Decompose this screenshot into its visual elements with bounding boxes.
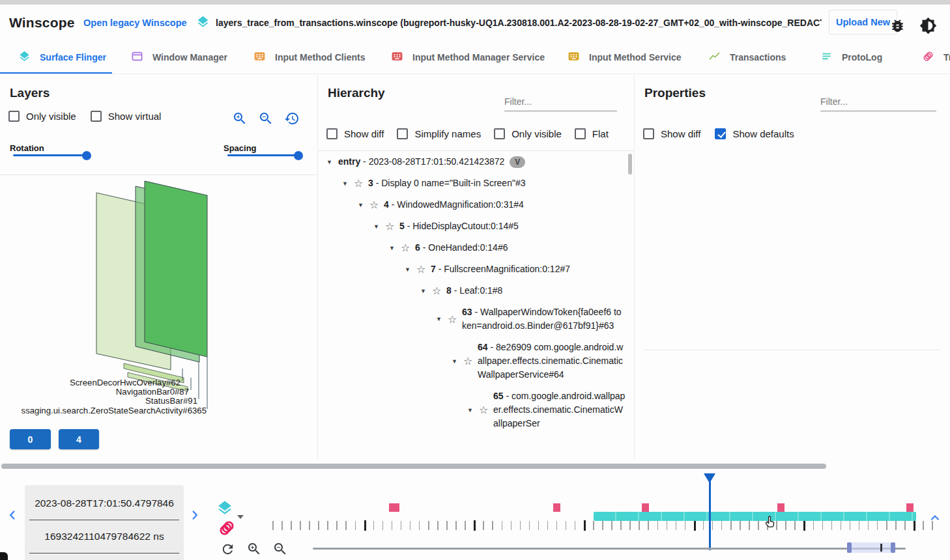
pin-star-icon[interactable]: ☆ bbox=[369, 199, 384, 211]
tree-row-7[interactable]: ▼☆7 - FullscreenMagnification:0:12#7 bbox=[405, 259, 626, 280]
zoom-in-scene-icon[interactable] bbox=[232, 111, 248, 126]
collapse-triangle-icon[interactable]: ▼ bbox=[420, 288, 432, 294]
human-timestamp-input[interactable]: 2023-08-28T17:01:50.4797846 bbox=[29, 487, 179, 520]
collapse-triangle-icon[interactable]: ▼ bbox=[436, 316, 448, 322]
checkbox-show-diff[interactable]: Show diff bbox=[643, 128, 700, 139]
pin-star-icon[interactable]: ☆ bbox=[463, 355, 478, 367]
collapse-triangle-icon[interactable]: ▼ bbox=[452, 358, 463, 365]
pin-star-icon[interactable]: ☆ bbox=[401, 242, 415, 254]
display-id-button-0[interactable]: 0 bbox=[10, 429, 51, 449]
checkbox-box[interactable] bbox=[494, 128, 505, 139]
nanosecond-timestamp-input[interactable]: 1693242110479784622 ns bbox=[29, 520, 179, 553]
layers-trace-toggle-icon[interactable] bbox=[216, 499, 233, 519]
tree-row-entry[interactable]: ▼entry - 2023-08-28T17:01:50.421423872V bbox=[326, 151, 626, 173]
tree-row-64[interactable]: ▼☆64 - 8e26909 com.google.android.wallpa… bbox=[452, 337, 626, 385]
pin-star-icon[interactable]: ☆ bbox=[479, 404, 493, 416]
collapse-triangle-icon[interactable]: ▼ bbox=[358, 202, 369, 208]
zoom-selection-left-handle[interactable] bbox=[847, 542, 852, 553]
checkbox-show-defaults[interactable]: Show defaults bbox=[715, 128, 794, 139]
timeline-zoom-track[interactable] bbox=[313, 548, 906, 550]
collapse-triangle-icon[interactable]: ▼ bbox=[342, 180, 354, 187]
upload-new-button[interactable]: Upload New bbox=[829, 10, 897, 35]
checkbox-only-visible[interactable]: Only visible bbox=[494, 128, 562, 139]
checkbox-simplify-names[interactable]: Simplify names bbox=[397, 128, 481, 139]
spacing-slider[interactable] bbox=[227, 154, 300, 156]
checkbox-box[interactable] bbox=[8, 111, 20, 122]
checkbox-show-virtual[interactable]: Show virtual bbox=[91, 111, 162, 122]
open-legacy-link[interactable]: Open legacy Winscope bbox=[83, 18, 187, 28]
tree-row-3[interactable]: ▼☆3 - Display 0 name="Built-in Screen"#3 bbox=[342, 173, 626, 194]
checkbox-box[interactable] bbox=[715, 128, 726, 139]
checkbox-box[interactable] bbox=[326, 128, 338, 139]
checkbox-box[interactable] bbox=[397, 128, 408, 139]
refresh-icon[interactable] bbox=[220, 542, 235, 559]
tree-row-6[interactable]: ▼☆6 - OneHanded:0:14#6 bbox=[389, 237, 626, 259]
transition-marker[interactable] bbox=[906, 503, 914, 512]
pin-star-icon[interactable]: ☆ bbox=[432, 285, 446, 297]
checkbox-box[interactable] bbox=[91, 111, 102, 122]
checkbox-flat[interactable]: Flat bbox=[575, 128, 609, 139]
pin-star-icon[interactable]: ☆ bbox=[416, 263, 431, 275]
collapse-triangle-icon[interactable]: ▼ bbox=[467, 407, 479, 413]
layers-3d-scene[interactable]: ScreenDecorHwcOverlay#62 NavigationBar0#… bbox=[0, 175, 318, 435]
prev-entry-chevron-icon[interactable] bbox=[5, 508, 20, 522]
spacing-slider-thumb[interactable] bbox=[294, 151, 303, 160]
checkbox-box[interactable] bbox=[643, 128, 654, 139]
transition-marker[interactable] bbox=[777, 503, 784, 512]
pin-star-icon[interactable]: ☆ bbox=[385, 220, 399, 232]
reset-view-history-icon[interactable] bbox=[284, 111, 300, 126]
collapse-timeline-chevron-icon[interactable] bbox=[928, 511, 942, 527]
timeline-zoom-selection[interactable] bbox=[847, 542, 895, 553]
rotation-slider[interactable] bbox=[13, 154, 89, 156]
next-entry-chevron-icon[interactable] bbox=[188, 508, 202, 522]
collapse-triangle-icon[interactable]: ▼ bbox=[389, 245, 401, 251]
properties-filter-input[interactable] bbox=[820, 95, 936, 111]
tab-window-manager[interactable]: Window Manager bbox=[131, 41, 227, 74]
playhead-handle[interactable] bbox=[704, 473, 715, 483]
checkbox-only-visible[interactable]: Only visible bbox=[8, 111, 76, 122]
properties-panel: Properties Show diffShow defaults bbox=[635, 74, 950, 459]
rotation-slider-thumb[interactable] bbox=[82, 151, 91, 160]
hierarchy-scrollbar[interactable] bbox=[628, 154, 632, 175]
tab-input-method-manager-service[interactable]: Input Method Manager Service bbox=[391, 41, 545, 74]
pin-star-icon[interactable]: ☆ bbox=[354, 177, 368, 189]
timeline-horizontal-scrollbar[interactable] bbox=[1, 464, 826, 469]
pin-star-icon[interactable]: ☆ bbox=[448, 313, 462, 326]
collapse-triangle-icon[interactable]: ▼ bbox=[405, 266, 416, 273]
tab-transactions[interactable]: Transactions bbox=[708, 41, 786, 74]
layers-icon bbox=[18, 50, 31, 65]
tree-row-4[interactable]: ▼☆4 - WindowedMagnification:0:31#4 bbox=[358, 194, 626, 216]
tab-tr[interactable]: Tr bbox=[922, 41, 950, 74]
transitions-trace-icon[interactable] bbox=[218, 519, 236, 540]
tree-row-5[interactable]: ▼☆5 - HideDisplayCutout:0:14#5 bbox=[373, 216, 626, 237]
checkbox-show-diff[interactable]: Show diff bbox=[326, 128, 384, 139]
hierarchy-filter-input[interactable] bbox=[504, 95, 617, 111]
ruler-tick bbox=[859, 521, 860, 530]
app-header: Winscope Open legacy Winscope layers_tra… bbox=[0, 5, 950, 41]
tab-protolog[interactable]: ProtoLog bbox=[820, 41, 882, 74]
transition-marker[interactable] bbox=[642, 503, 649, 512]
surface-flinger-trace-bar[interactable] bbox=[594, 512, 916, 521]
collapse-triangle-icon[interactable]: ▼ bbox=[373, 223, 385, 230]
trace-select-caret-icon[interactable] bbox=[237, 515, 244, 519]
tab-surface-flinger[interactable]: Surface Flinger bbox=[18, 41, 106, 74]
checkbox-box[interactable] bbox=[575, 128, 586, 139]
tab-label: Surface Flinger bbox=[40, 52, 106, 63]
zoom-selection-right-handle[interactable] bbox=[891, 542, 895, 553]
display-id-button-4[interactable]: 4 bbox=[59, 429, 99, 449]
tab-input-method-service[interactable]: Input Method Service bbox=[568, 41, 682, 74]
tree-row-8[interactable]: ▼☆8 - Leaf:0:1#8 bbox=[420, 280, 626, 301]
transition-marker[interactable] bbox=[553, 503, 560, 512]
timeline-zoom-in-icon[interactable] bbox=[246, 541, 262, 559]
tree-row-65[interactable]: ▼☆65 - com.google.android.wallpaper.effe… bbox=[467, 385, 626, 434]
bug-report-icon[interactable] bbox=[888, 16, 906, 35]
timeline-zoom-out-icon[interactable] bbox=[272, 541, 288, 559]
tree-row-63[interactable]: ▼☆63 - WallpaperWindowToken{fa0eef6 toke… bbox=[436, 301, 626, 337]
transition-marker[interactable] bbox=[389, 503, 399, 512]
tab-input-method-clients[interactable]: Input Method Clients bbox=[253, 41, 365, 74]
tree-node-label: 4 - WindowedMagnification:0:31#4 bbox=[384, 198, 524, 212]
dark-mode-toggle-icon[interactable] bbox=[919, 16, 937, 35]
layer-rect-back[interactable] bbox=[145, 181, 207, 357]
collapse-triangle-icon[interactable]: ▼ bbox=[326, 159, 338, 165]
zoom-out-scene-icon[interactable] bbox=[258, 111, 274, 126]
